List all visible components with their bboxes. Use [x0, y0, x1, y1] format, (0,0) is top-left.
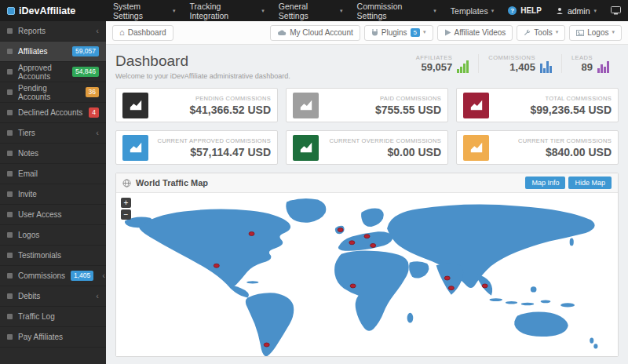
map-marker[interactable]	[214, 264, 219, 268]
button-label: Plugins	[382, 28, 407, 38]
sidebar-item-logos[interactable]: Logos	[0, 225, 106, 246]
bar-chart-icon	[457, 59, 469, 73]
chevron-left-icon: ‹	[96, 27, 99, 35]
user-access-icon	[7, 212, 13, 217]
sidebar-item-reports[interactable]: Reports ‹	[0, 21, 106, 42]
world-map[interactable]: + −	[116, 193, 618, 356]
button-label: My Cloud Account	[290, 28, 353, 38]
stat-commissions: COMMISSIONS 1,405	[478, 54, 561, 73]
map-zoom-in-button[interactable]: +	[121, 198, 131, 208]
map-marker[interactable]	[350, 284, 356, 288]
chevron-left-icon: ‹	[96, 292, 99, 300]
map-marker[interactable]	[482, 284, 487, 288]
map-marker[interactable]	[448, 286, 454, 290]
chevron-down-icon: ▾	[433, 8, 436, 14]
sidebar: Reports ‹ Affiliates 59,057 Approved Acc…	[0, 21, 106, 364]
area-chart-icon	[122, 93, 148, 118]
view-site-button[interactable]	[604, 0, 628, 21]
sidebar-item-debits[interactable]: Debits ‹	[0, 286, 106, 307]
stat-affiliates: AFFILIATES 59,057	[407, 54, 479, 73]
tools-button[interactable]: Tools ▾	[517, 25, 565, 41]
menu-commission-settings[interactable]: Commission Settings ▾	[350, 0, 444, 21]
map-marker[interactable]	[249, 232, 254, 236]
sidebar-item-label: User Access	[18, 210, 62, 219]
map-marker[interactable]	[371, 243, 376, 247]
map-marker[interactable]	[338, 228, 343, 232]
sidebar-item-traffic-log[interactable]: Traffic Log	[0, 307, 106, 327]
stat-label: COMMISSIONS	[488, 54, 535, 61]
card-value: $840.00 USD	[518, 146, 612, 158]
card-value: $41,366.52 USD	[189, 104, 271, 116]
secondary-toolbar: ⌂ Dashboard My Cloud Account Plugins 5 ▾…	[106, 21, 628, 45]
user-label: admin	[568, 6, 590, 16]
menu-tracking-integration[interactable]: Tracking Integration ▾	[183, 0, 272, 21]
menu-label: General Settings	[279, 2, 337, 20]
user-menu[interactable]: admin ▾	[549, 0, 604, 21]
hide-map-button[interactable]: Hide Map	[568, 177, 612, 189]
sidebar-item-user-access[interactable]: User Access	[0, 205, 106, 225]
chevron-down-icon: ▾	[556, 29, 559, 35]
menu-label: Templates	[451, 6, 488, 16]
map-marker[interactable]	[264, 343, 269, 347]
sidebar-item-approved-accounts[interactable]: Approved Accounts 54,846	[0, 62, 106, 82]
main-menu: System Settings ▾ Tracking Integration ▾…	[106, 0, 501, 21]
display-icon	[611, 6, 621, 15]
sidebar-item-label: Email	[18, 169, 38, 178]
plugins-button[interactable]: Plugins 5 ▾	[364, 25, 433, 41]
declined-accounts-icon	[7, 110, 13, 115]
breadcrumb-dashboard-button[interactable]: ⌂ Dashboard	[112, 25, 173, 41]
navbar-right: ? HELP admin ▾	[501, 0, 628, 21]
map-info-button[interactable]: Map Info	[525, 177, 565, 189]
app-logo[interactable]: iDevAffiliate	[0, 5, 106, 16]
menu-system-settings[interactable]: System Settings ▾	[106, 0, 183, 21]
app-logo-icon	[7, 7, 15, 15]
sidebar-item-label: Commissions	[18, 271, 65, 280]
sidebar-item-testimonials[interactable]: Testimonials	[0, 246, 106, 266]
sidebar-item-pending-accounts[interactable]: Pending Accounts 36	[0, 82, 106, 103]
pay-affiliates-icon	[7, 334, 13, 340]
map-marker[interactable]	[364, 235, 370, 238]
affiliate-videos-button[interactable]: Affiliate Videos	[437, 25, 513, 41]
wrench-icon	[524, 29, 531, 36]
menu-general-settings[interactable]: General Settings ▾	[272, 0, 350, 21]
sidebar-item-pay-affiliates[interactable]: Pay Affiliates	[0, 327, 106, 348]
sidebar-item-label: Notes	[18, 149, 38, 158]
sidebar-item-email[interactable]: Email	[0, 164, 106, 184]
japan	[570, 238, 574, 246]
map-marker[interactable]	[444, 276, 450, 280]
count-badge: 4	[89, 107, 99, 117]
card-pending-commissions: PENDING COMMISSIONS $41,366.52 USD	[115, 88, 278, 122]
approved-accounts-icon	[7, 69, 13, 75]
menu-templates[interactable]: Templates ▾	[444, 0, 501, 21]
count-badge: 36	[86, 87, 99, 96]
help-button[interactable]: ? HELP	[501, 0, 549, 21]
sidebar-item-label: Debits	[18, 292, 40, 300]
stat-label: AFFILIATES	[416, 54, 453, 61]
bar-chart-icon	[540, 59, 552, 73]
card-label: CURRENT APPROVED COMMISSIONS	[157, 137, 271, 144]
sidebar-item-label: Pending Accounts	[18, 84, 80, 101]
sidebar-item-commissions[interactable]: Commissions 1,405 ‹	[0, 266, 106, 286]
chevron-left-icon: ‹	[102, 271, 105, 280]
sidebar-item-notes[interactable]: Notes	[0, 144, 106, 164]
sidebar-item-label: Testimonials	[18, 251, 61, 260]
my-cloud-account-button[interactable]: My Cloud Account	[270, 25, 360, 41]
menu-label: Tracking Integration	[190, 2, 259, 20]
map-zoom-out-button[interactable]: −	[121, 209, 131, 220]
debits-icon	[7, 293, 13, 299]
sidebar-item-declined-accounts[interactable]: Declined Accounts 4	[0, 103, 106, 123]
world-map-svg	[116, 193, 618, 356]
pending-accounts-icon	[7, 89, 13, 95]
plug-icon	[371, 29, 378, 36]
stat-value: 59,057	[416, 61, 453, 73]
sidebar-item-invite[interactable]: Invite	[0, 184, 106, 205]
sumatra	[489, 298, 502, 301]
sidebar-item-affiliates[interactable]: Affiliates 59,057	[0, 42, 106, 62]
header-stats: AFFILIATES 59,057 COMMISSIONS 1,405 LE	[407, 53, 619, 73]
sidebar-item-tiers[interactable]: Tiers ‹	[0, 123, 106, 144]
map-panel-title: World Traffic Map	[136, 178, 208, 187]
logos-button[interactable]: Logos ▾	[569, 25, 622, 41]
sidebar-item-label: Logos	[18, 231, 39, 239]
page-header: Dashboard Welcome to your iDevAffiliate …	[115, 53, 619, 80]
map-marker[interactable]	[349, 241, 355, 245]
